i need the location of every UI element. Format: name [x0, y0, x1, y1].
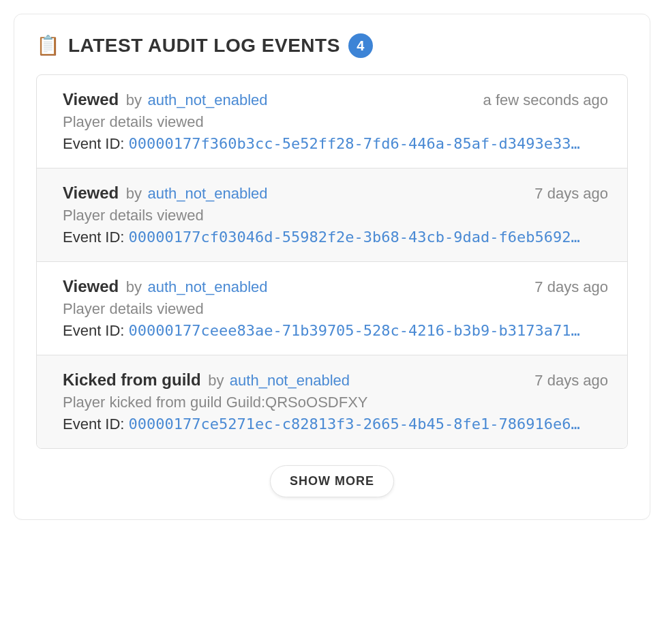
event-id-link[interactable]: 00000177cf03046d-55982f2e-3b68-43cb-9dad…: [128, 229, 579, 246]
event-id-row: Event ID: 00000177ceee83ae-71b39705-528c…: [63, 322, 608, 340]
event-action: Viewed: [63, 90, 119, 108]
event-description: Player details viewed: [63, 300, 608, 318]
show-more-wrap: SHOW MORE: [36, 465, 628, 497]
event-id-label: Event ID:: [63, 322, 124, 340]
card-header: 📋 LATEST AUDIT LOG EVENTS 4: [36, 33, 628, 58]
card-title: LATEST AUDIT LOG EVENTS: [68, 35, 340, 57]
event-description: Player kicked from guild Guild:QRSoOSDFX…: [63, 394, 608, 411]
event-by-label: by: [126, 91, 142, 108]
event-list: Viewed by auth_not_enabled a few seconds…: [36, 74, 628, 449]
event-id-row: Event ID: 00000177cf03046d-55982f2e-3b68…: [63, 229, 608, 246]
clipboard-icon: 📋: [36, 36, 60, 55]
event-item[interactable]: Viewed by auth_not_enabled a few seconds…: [37, 75, 627, 169]
event-actor-link[interactable]: auth_not_enabled: [147, 91, 267, 108]
event-heading: Kicked from guild by auth_not_enabled: [63, 370, 350, 390]
event-heading: Viewed by auth_not_enabled: [63, 90, 268, 109]
event-time: 7 days ago: [534, 185, 608, 203]
event-action: Kicked from guild: [63, 370, 201, 389]
show-more-button[interactable]: SHOW MORE: [270, 465, 394, 497]
event-item[interactable]: Viewed by auth_not_enabled 7 days ago Pl…: [37, 262, 627, 355]
event-action: Viewed: [63, 184, 119, 202]
event-by-label: by: [208, 372, 224, 389]
event-id-link[interactable]: 00000177ce5271ec-c82813f3-2665-4b45-8fe1…: [128, 415, 579, 433]
event-id-row: Event ID: 00000177ce5271ec-c82813f3-2665…: [63, 415, 608, 433]
audit-log-card: 📋 LATEST AUDIT LOG EVENTS 4 Viewed by au…: [14, 14, 650, 520]
event-by-label: by: [126, 185, 142, 202]
event-id-label: Event ID:: [63, 229, 124, 246]
event-by-label: by: [126, 278, 142, 295]
event-id-label: Event ID:: [63, 135, 124, 153]
event-id-link[interactable]: 00000177ceee83ae-71b39705-528c-4216-b3b9…: [128, 322, 579, 339]
event-item[interactable]: Viewed by auth_not_enabled 7 days ago Pl…: [37, 169, 627, 262]
event-actor-link[interactable]: auth_not_enabled: [230, 372, 350, 389]
event-time: 7 days ago: [534, 278, 608, 296]
event-top-row: Viewed by auth_not_enabled 7 days ago: [63, 277, 608, 296]
event-id-link[interactable]: 00000177f360b3cc-5e52ff28-7fd6-446a-85af…: [128, 135, 579, 152]
event-actor-link[interactable]: auth_not_enabled: [147, 185, 267, 202]
event-item[interactable]: Kicked from guild by auth_not_enabled 7 …: [37, 355, 627, 448]
event-action: Viewed: [63, 277, 119, 295]
event-count-badge: 4: [348, 33, 373, 58]
event-description: Player details viewed: [63, 113, 608, 131]
event-heading: Viewed by auth_not_enabled: [63, 184, 268, 203]
event-time: a few seconds ago: [483, 91, 608, 109]
event-heading: Viewed by auth_not_enabled: [63, 277, 268, 296]
event-time: 7 days ago: [534, 372, 608, 390]
event-top-row: Viewed by auth_not_enabled 7 days ago: [63, 184, 608, 203]
event-top-row: Kicked from guild by auth_not_enabled 7 …: [63, 370, 608, 390]
event-top-row: Viewed by auth_not_enabled a few seconds…: [63, 90, 608, 109]
event-actor-link[interactable]: auth_not_enabled: [147, 278, 267, 295]
event-description: Player details viewed: [63, 207, 608, 224]
event-id-row: Event ID: 00000177f360b3cc-5e52ff28-7fd6…: [63, 135, 608, 153]
event-id-label: Event ID:: [63, 415, 124, 433]
